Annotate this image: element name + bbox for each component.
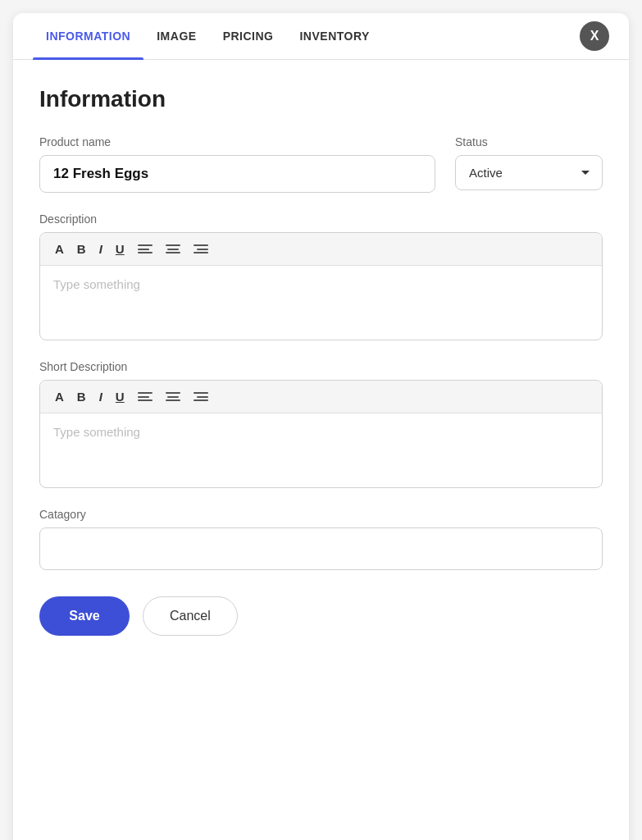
tab-information[interactable]: INFORMATION (33, 13, 143, 59)
product-status-row: Product name Status Active Inactive Draf… (39, 135, 603, 193)
short-desc-format-a[interactable]: A (52, 389, 67, 404)
short-desc-align-left-icon[interactable] (134, 390, 156, 403)
description-align-center-icon[interactable] (162, 243, 184, 255)
short-description-toolbar: A B I U (40, 381, 602, 413)
section-title: Information (39, 86, 603, 112)
tab-bar: INFORMATION IMAGE PRICING INVENTORY X (13, 13, 629, 60)
short-description-placeholder: Type something (53, 425, 140, 439)
tab-image[interactable]: IMAGE (143, 13, 209, 59)
short-desc-italic-btn[interactable]: I (96, 389, 106, 404)
category-input[interactable] (39, 527, 603, 570)
status-label: Status (455, 135, 603, 148)
page-container: INFORMATION IMAGE PRICING INVENTORY X In… (13, 13, 629, 840)
save-button[interactable]: Save (39, 596, 130, 636)
close-button[interactable]: X (580, 21, 609, 51)
button-row: Save Cancel (39, 596, 603, 636)
short-description-group: Short Description A B I U (39, 360, 603, 488)
description-align-left-icon[interactable] (134, 243, 156, 255)
tab-inventory[interactable]: INVENTORY (286, 13, 382, 59)
description-underline-btn[interactable]: U (112, 241, 128, 257)
status-group: Status Active Inactive Draft (455, 135, 603, 190)
product-name-label: Product name (39, 135, 435, 148)
description-italic-btn[interactable]: I (96, 241, 106, 257)
description-bold-btn[interactable]: B (74, 241, 89, 257)
description-editor: A B I U Type something (39, 232, 603, 340)
short-desc-underline-btn[interactable]: U (112, 389, 128, 404)
product-name-group: Product name (39, 135, 435, 193)
short-description-editor: A B I U Type something (39, 380, 603, 488)
status-select[interactable]: Active Inactive Draft (455, 155, 603, 190)
short-desc-align-center-icon[interactable] (162, 390, 184, 403)
product-name-input[interactable] (39, 155, 435, 193)
description-label: Description (39, 212, 603, 226)
description-toolbar: A B I U (40, 233, 602, 266)
description-placeholder: Type something (53, 277, 140, 291)
short-description-editor-body[interactable]: Type something (40, 413, 602, 487)
description-align-right-icon[interactable] (190, 243, 212, 255)
description-editor-body[interactable]: Type something (40, 266, 602, 340)
short-desc-align-right-icon[interactable] (190, 390, 212, 403)
tab-pricing[interactable]: PRICING (210, 13, 287, 59)
cancel-button[interactable]: Cancel (143, 596, 238, 636)
description-group: Description A B I U (39, 212, 603, 340)
short-desc-bold-btn[interactable]: B (74, 389, 89, 404)
category-label: Catagory (39, 508, 603, 521)
description-format-a[interactable]: A (52, 241, 67, 257)
short-description-label: Short Description (39, 360, 603, 373)
content-area: Information Product name Status Active I… (13, 60, 629, 662)
category-group: Catagory (39, 508, 603, 570)
